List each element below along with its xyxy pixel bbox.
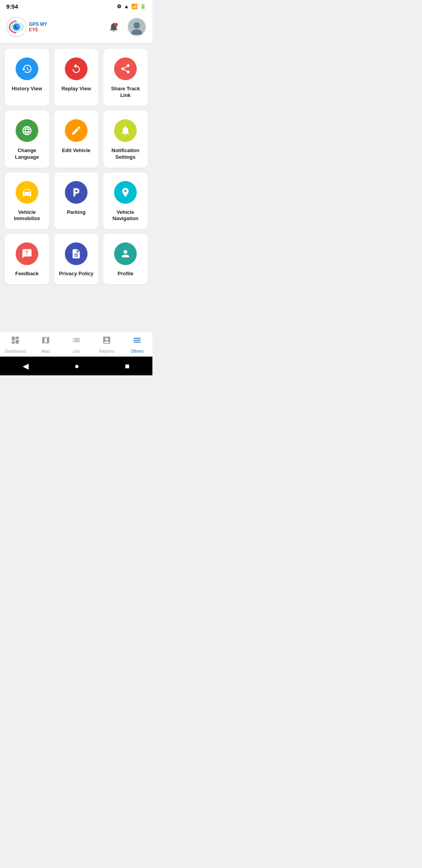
card-edit-vehicle[interactable]: Edit Vehicle [54,111,98,168]
header: GPS MY EYE [0,13,152,43]
others-icon [132,335,142,347]
status-icons: ⚙ ▲ 📶 🔋 [117,4,146,9]
card-change-language[interactable]: Change Language [5,111,49,168]
logo-container: GPS MY EYE [6,17,47,37]
card-privacy-policy[interactable]: Privacy Policy [54,234,98,284]
card-history-view[interactable]: History View [5,49,49,106]
nav-list-label: List [73,349,79,353]
battery-icon: 🔋 [140,4,146,9]
back-button[interactable]: ◀ [23,361,29,371]
privacy-policy-icon [65,242,88,265]
main-content: History ViewReplay ViewShare Track LinkC… [0,43,152,331]
replay-view-label: Replay View [61,86,91,92]
svg-point-3 [16,25,18,27]
nav-reports-label: Reports [99,349,114,353]
vehicle-navigation-icon [114,181,137,204]
profile-icon [114,242,137,265]
edit-vehicle-label: Edit Vehicle [62,147,91,154]
parking-label: Parking [67,209,86,216]
privacy-policy-label: Privacy Policy [59,271,93,277]
history-view-label: History View [12,86,42,92]
avatar-icon [129,19,145,35]
wifi-icon: ▲ [124,4,129,9]
header-icons [106,18,146,36]
nav-list[interactable]: List [61,332,91,357]
nav-others-label: Others [131,349,143,353]
logo-text: GPS MY EYE [29,22,47,32]
settings-icon: ⚙ [117,4,122,9]
share-track-link-label: Share Track Link [107,86,144,99]
change-language-label: Change Language [9,147,45,161]
notification-settings-label: Notification Settings [107,147,144,161]
profile-label: Profile [118,271,133,277]
nav-map-label: Map [41,349,50,353]
vehicle-immobilize-label: Vehicle Immobilize [9,209,45,222]
list-icon [72,335,81,347]
status-time: 9:54 [6,3,18,10]
card-vehicle-navigation[interactable]: Vehicle Navigation [103,172,148,230]
notification-button[interactable] [106,19,122,35]
bell-icon [108,22,119,32]
card-parking[interactable]: Parking [54,172,98,230]
map-icon [41,335,50,347]
menu-grid: History ViewReplay ViewShare Track LinkC… [5,49,148,284]
feedback-icon [16,242,38,265]
vehicle-immobilize-icon [16,181,38,204]
parking-icon [65,181,88,204]
card-vehicle-immobilize[interactable]: Vehicle Immobilize [5,172,49,230]
svg-point-6 [134,22,140,29]
card-share-track-link[interactable]: Share Track Link [103,49,148,106]
status-bar: 9:54 ⚙ ▲ 📶 🔋 [0,0,152,13]
home-button[interactable]: ● [74,362,79,371]
nav-map[interactable]: Map [30,332,61,357]
signal-icon: 📶 [131,4,138,9]
share-track-link-icon [114,57,137,80]
feedback-label: Feedback [15,271,39,277]
card-notification-settings[interactable]: Notification Settings [103,111,148,168]
edit-vehicle-icon [65,119,88,142]
vehicle-navigation-label: Vehicle Navigation [107,209,144,222]
card-profile[interactable]: Profile [103,234,148,284]
nav-dashboard-label: Dashboard [5,349,26,353]
card-replay-view[interactable]: Replay View [54,49,98,106]
dashboard-icon [11,335,20,347]
app-logo-svg [7,18,25,36]
notification-settings-icon [114,119,137,142]
logo-circle [6,17,27,37]
reports-icon [102,335,111,347]
nav-dashboard[interactable]: Dashboard [0,332,30,357]
svg-point-2 [14,25,18,29]
change-language-icon [16,119,38,142]
svg-point-4 [114,23,118,27]
recent-button[interactable]: ■ [125,362,129,371]
history-view-icon [16,57,38,80]
nav-others[interactable]: Others [122,332,152,357]
nav-reports[interactable]: Reports [91,332,122,357]
card-feedback[interactable]: Feedback [5,234,49,284]
replay-view-icon [65,57,88,80]
android-nav: ◀ ● ■ [0,357,152,375]
bottom-nav: Dashboard Map List Reports Others [0,331,152,357]
avatar-button[interactable] [127,18,146,36]
